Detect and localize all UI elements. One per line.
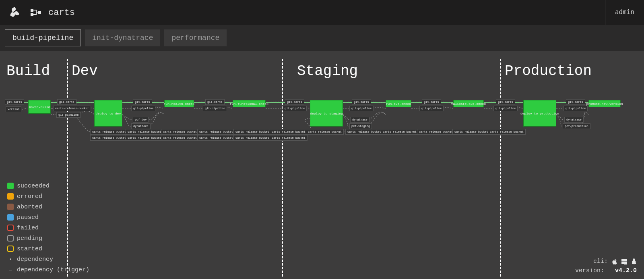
resource[interactable]: git-carts [133, 99, 152, 105]
resource[interactable]: pcf-staging [349, 123, 372, 129]
concourse-logo-icon[interactable] [7, 5, 22, 20]
resource[interactable]: carts-release-bucket [90, 129, 128, 135]
resource[interactable]: dynatrace [131, 123, 151, 129]
job-promote-new-version[interactable]: promote-new-version [588, 100, 621, 107]
linux-icon[interactable] [631, 258, 637, 265]
resource[interactable]: carts-release-bucket [452, 129, 490, 135]
resource[interactable]: git-pipeline [349, 106, 374, 111]
resource[interactable]: carts-release-bucket [53, 106, 91, 111]
legend-swatch [7, 235, 14, 242]
resource[interactable]: carts-release-bucket [381, 129, 419, 135]
legend-failed: failed [7, 223, 89, 232]
breadcrumb-pipeline-icon [31, 9, 41, 16]
stage-header: Staging [297, 63, 358, 79]
stage-divider [500, 59, 501, 277]
job-run-e2e-check[interactable]: run-e2e-check [386, 100, 411, 107]
job-run-functional-check[interactable]: run-functional-check [233, 100, 266, 107]
resource[interactable]: git-pipeline [203, 106, 227, 111]
legend-label: succeeded [17, 183, 50, 189]
resource[interactable]: carts-release-bucket [161, 129, 199, 135]
svg-rect-0 [31, 9, 33, 12]
resource[interactable]: carts-release-bucket [197, 129, 235, 135]
job-run-health-check[interactable]: run-health-check [164, 100, 194, 107]
resource[interactable]: git-carts [422, 99, 441, 105]
svg-rect-2 [38, 11, 41, 14]
resource[interactable]: carts-release-bucket [233, 135, 271, 141]
resource[interactable]: dynatrace [350, 117, 369, 123]
pipeline-name[interactable]: carts [48, 8, 75, 18]
resource[interactable]: git-carts [496, 99, 515, 105]
legend-started: started [7, 244, 89, 253]
legend-swatch [7, 204, 14, 210]
resource[interactable]: carts-release-bucket [417, 129, 455, 135]
resource[interactable]: git-carts [205, 99, 225, 105]
legend-swatch [7, 246, 14, 252]
legend-swatch: · [7, 257, 14, 261]
resource[interactable]: carts-release-bucket [161, 135, 199, 141]
resource[interactable]: carts-release-bucket [126, 129, 163, 135]
resource[interactable]: git-pipeline [283, 106, 307, 111]
pipeline-tabs: build-pipeline init-dynatrace performanc… [0, 25, 644, 51]
legend-label: failed [17, 225, 39, 231]
resource[interactable]: carts-release-bucket [197, 135, 235, 141]
job-deploy-to-dev[interactable]: deploy-to-dev [94, 100, 122, 127]
resource[interactable]: carts-release-bucket [306, 129, 344, 135]
job-validate-e2e-check[interactable]: validate-e2e-check [453, 100, 484, 107]
resource[interactable]: pcf-dev [133, 117, 149, 123]
resource[interactable]: git-carts [352, 99, 371, 105]
legend-swatch [7, 193, 14, 200]
tab-performance[interactable]: performance [164, 29, 227, 46]
svg-rect-3 [621, 259, 624, 262]
svg-rect-6 [624, 262, 627, 264]
legend-label: dependency [17, 256, 53, 263]
resource[interactable]: carts-release-bucket [345, 129, 383, 135]
legend-pending: pending [7, 234, 89, 243]
cli-label: cli: [593, 258, 608, 265]
legend-trigger: –dependency (trigger) [7, 265, 89, 274]
stage-header: Dev [72, 63, 98, 79]
resource[interactable]: dynatrace [564, 117, 584, 123]
resource[interactable]: git-pipeline [564, 106, 588, 111]
svg-rect-5 [621, 262, 624, 264]
resource[interactable]: carts-release-bucket [90, 135, 128, 141]
legend-dep: ·dependency [7, 255, 89, 264]
legend-label: started [17, 246, 42, 252]
resource[interactable]: git-carts [5, 99, 24, 105]
job-maven-build[interactable]: maven-build [28, 100, 51, 114]
resource[interactable]: git-pipeline [493, 106, 518, 111]
tab-init-dynatrace[interactable]: init-dynatrace [85, 29, 160, 46]
legend-swatch: – [7, 268, 14, 272]
windows-icon[interactable] [621, 259, 627, 264]
tab-build-pipeline[interactable]: build-pipeline [5, 29, 81, 46]
resource[interactable]: carts-release-bucket [270, 129, 308, 135]
legend-swatch [7, 214, 14, 221]
resource[interactable]: git-carts [285, 99, 304, 105]
job-deploy-to-production[interactable]: deploy-to-production [523, 100, 556, 127]
resource[interactable]: pcf-production [563, 123, 590, 129]
resource[interactable]: carts-release-bucket [488, 129, 526, 135]
version-label: version: [575, 267, 604, 274]
legend: succeedederroredabortedpausedfailedpendi… [7, 181, 89, 274]
resource[interactable]: version [6, 106, 21, 112]
stage-divider [282, 59, 283, 277]
resource[interactable]: carts-release-bucket [233, 129, 271, 135]
user-menu[interactable]: admin [605, 0, 644, 25]
resource[interactable]: git-pipeline [131, 106, 155, 111]
legend-label: errored [17, 193, 42, 200]
resource[interactable]: git-pipeline [56, 112, 80, 118]
legend-paused: paused [7, 213, 89, 222]
footer-info: cli: version: v4.2.0 [575, 258, 637, 274]
resource[interactable]: carts-release-bucket [270, 135, 308, 141]
version-value: v4.2.0 [615, 267, 637, 274]
resource[interactable]: git-carts [566, 99, 585, 105]
top-bar: carts admin [0, 0, 644, 25]
resource[interactable]: git-pipeline [419, 106, 444, 111]
job-deploy-to-staging[interactable]: deploy-to-staging [310, 100, 343, 127]
legend-swatch [7, 183, 14, 189]
stage-header: Production [505, 63, 592, 79]
legend-succeeded: succeeded [7, 181, 89, 190]
legend-label: dependency (trigger) [17, 267, 89, 273]
resource[interactable]: carts-release-bucket [126, 135, 163, 141]
resource[interactable]: git-carts [57, 99, 76, 105]
apple-icon[interactable] [612, 258, 617, 265]
